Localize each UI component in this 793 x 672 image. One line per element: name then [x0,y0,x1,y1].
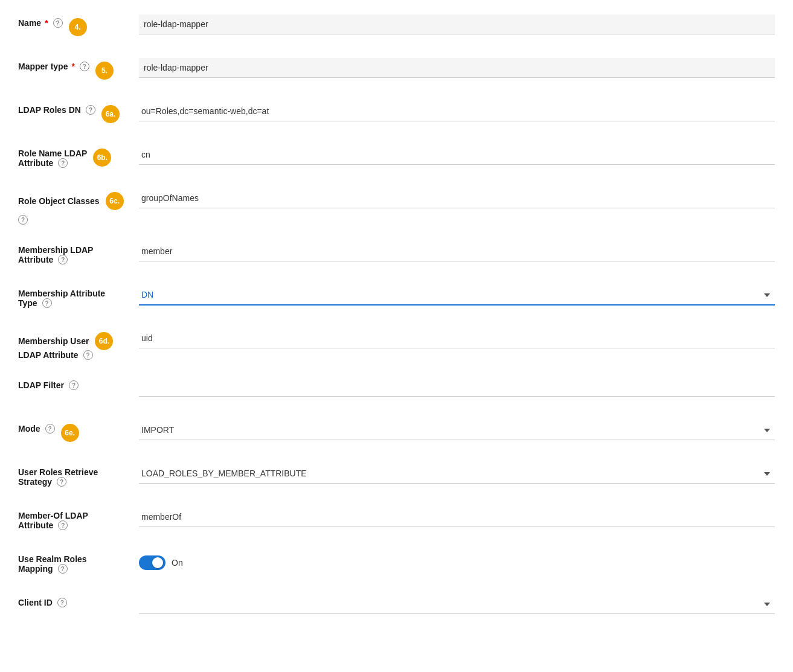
user-roles-retrieve-strategy-select-wrapper: LOAD_ROLES_BY_MEMBER_ATTRIBUTE GET_ROLES… [139,464,775,484]
membership-user-ldap-attribute-input-col [139,326,775,348]
name-input-col [139,12,775,34]
ldap-roles-dn-badge: 6a. [101,105,120,123]
ldap-filter-label: LDAP Filter ? [18,374,139,390]
mapper-type-badge: 5. [95,62,114,80]
membership-ldap-attribute-row: Membership LDAP Attribute ? [18,239,775,268]
role-name-ldap-attribute-badge: 6b. [93,149,111,167]
membership-user-ldap-attribute-row: Membership User 6d. LDAP Attribute ? [18,326,775,360]
role-name-ldap-attribute-help-icon[interactable]: ? [58,158,68,168]
mapper-type-input-col [139,56,775,78]
membership-ldap-attribute-label: Membership LDAP Attribute ? [18,239,139,264]
name-badge: 4. [69,18,87,36]
role-object-classes-badge: 6c. [106,192,124,210]
role-name-ldap-attribute-row: Role Name LDAP Attribute ? 6b. [18,142,775,171]
mapper-type-row: Mapper type* ? 5. [18,56,775,85]
use-realm-roles-mapping-label: Use Realm Roles Mapping ? [18,548,139,574]
membership-attribute-type-label: Membership Attribute Type ? [18,283,139,308]
user-roles-retrieve-strategy-select[interactable]: LOAD_ROLES_BY_MEMBER_ATTRIBUTE GET_ROLES… [139,464,775,484]
mode-select-wrapper: IMPORT READ_ONLY LDAP_ONLY LOCAL [139,420,775,440]
client-id-select[interactable] [139,594,775,614]
role-name-ldap-attribute-input[interactable] [139,145,775,165]
mode-help-icon[interactable]: ? [45,424,55,434]
membership-attribute-type-row: Membership Attribute Type ? DN UID [18,283,775,312]
ldap-roles-dn-label: LDAP Roles DN ? 6a. [18,99,139,123]
membership-user-ldap-attribute-input[interactable] [139,328,775,348]
mapper-type-help-icon[interactable]: ? [80,62,89,71]
ldap-roles-dn-row: LDAP Roles DN ? 6a. [18,99,775,128]
membership-ldap-attribute-input[interactable] [139,242,775,261]
mapper-type-label: Mapper type* ? 5. [18,56,139,80]
ldap-filter-input[interactable] [139,377,775,397]
role-object-classes-input[interactable] [139,188,775,208]
user-roles-retrieve-strategy-label: User Roles Retrieve Strategy ? [18,461,139,487]
name-help-icon[interactable]: ? [53,18,63,28]
name-input[interactable] [139,14,775,34]
role-name-ldap-attribute-input-col [139,142,775,165]
role-object-classes-label: Role Object Classes 6c. ? [18,186,139,225]
member-of-ldap-attribute-row: Member-Of LDAP Attribute ? [18,505,775,534]
use-realm-roles-mapping-toggle[interactable] [139,555,165,570]
client-id-row: Client ID ? [18,592,775,621]
user-roles-retrieve-strategy-help-icon[interactable]: ? [57,477,66,487]
name-field-row: Name* ? 4. [18,12,775,41]
ldap-roles-dn-help-icon[interactable]: ? [86,105,95,115]
ldap-filter-row: LDAP Filter ? [18,374,775,403]
membership-ldap-attribute-help-icon[interactable]: ? [58,255,68,264]
mode-row: Mode ? 6e. IMPORT READ_ONLY LDAP_ONLY LO… [18,418,775,447]
client-id-label: Client ID ? [18,592,139,607]
member-of-ldap-attribute-input-col [139,505,775,527]
user-roles-retrieve-strategy-row: User Roles Retrieve Strategy ? LOAD_ROLE… [18,461,775,490]
mode-label: Mode ? 6e. [18,418,139,442]
membership-attribute-type-select-col: DN UID [139,283,775,306]
membership-user-ldap-attribute-help-icon[interactable]: ? [83,350,93,360]
use-realm-roles-mapping-toggle-label: On [172,558,183,568]
client-id-help-icon[interactable]: ? [57,598,67,607]
membership-attribute-type-select[interactable]: DN UID [139,285,775,306]
membership-ldap-attribute-input-col [139,239,775,261]
member-of-ldap-attribute-help-icon[interactable]: ? [58,520,68,530]
mode-select[interactable]: IMPORT READ_ONLY LDAP_ONLY LOCAL [139,420,775,440]
role-object-classes-input-col [139,186,775,208]
membership-user-ldap-attribute-badge: 6d. [95,332,113,350]
mode-badge: 6e. [61,424,79,442]
client-id-select-col [139,592,775,614]
use-realm-roles-mapping-row: Use Realm Roles Mapping ? On [18,548,775,577]
role-name-ldap-attribute-label: Role Name LDAP Attribute ? 6b. [18,142,139,168]
use-realm-roles-mapping-toggle-col: On [139,548,775,570]
mapper-type-input[interactable] [139,58,775,78]
ldap-filter-input-col [139,374,775,397]
ldap-roles-dn-input[interactable] [139,101,775,121]
role-object-classes-row: Role Object Classes 6c. ? [18,186,775,225]
user-roles-retrieve-strategy-select-col: LOAD_ROLES_BY_MEMBER_ATTRIBUTE GET_ROLES… [139,461,775,484]
ldap-filter-help-icon[interactable]: ? [69,380,79,390]
client-id-select-wrapper [139,594,775,614]
ldap-roles-dn-input-col [139,99,775,121]
membership-attribute-type-help-icon[interactable]: ? [42,298,52,308]
name-label: Name* ? 4. [18,12,139,36]
member-of-ldap-attribute-label: Member-Of LDAP Attribute ? [18,505,139,530]
role-object-classes-help-icon[interactable]: ? [18,215,28,225]
mode-select-col: IMPORT READ_ONLY LDAP_ONLY LOCAL [139,418,775,440]
membership-user-ldap-attribute-label: Membership User 6d. LDAP Attribute ? [18,326,139,360]
use-realm-roles-mapping-help-icon[interactable]: ? [58,564,68,574]
toggle-thumb [152,557,163,568]
membership-attribute-type-select-wrapper: DN UID [139,285,775,306]
member-of-ldap-attribute-input[interactable] [139,507,775,527]
use-realm-roles-mapping-toggle-wrapper: On [139,551,775,570]
